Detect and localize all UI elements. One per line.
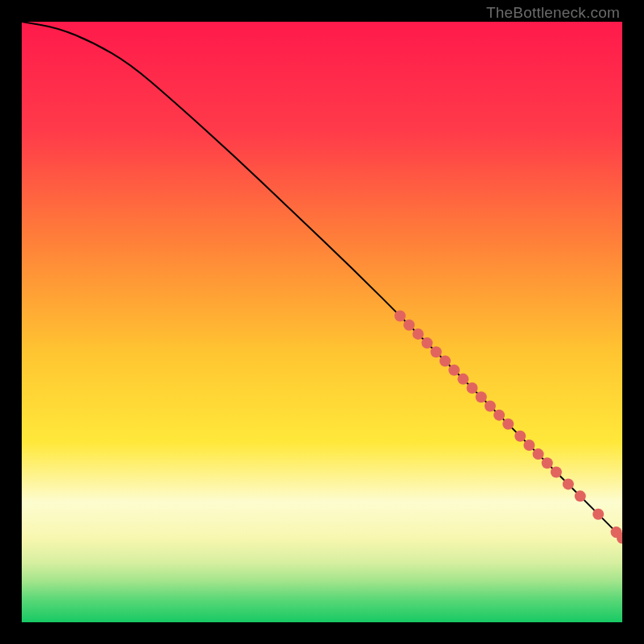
chart-background xyxy=(22,22,622,622)
data-point xyxy=(422,337,433,349)
data-point xyxy=(533,448,544,460)
data-point xyxy=(542,457,553,469)
data-point xyxy=(412,328,423,340)
watermark-text: TheBottleneck.com xyxy=(486,4,620,22)
data-point xyxy=(467,382,478,394)
data-point xyxy=(592,509,604,520)
data-point xyxy=(457,374,469,385)
data-point xyxy=(485,400,496,411)
data-point xyxy=(440,355,451,366)
data-point xyxy=(523,440,535,451)
chart-frame xyxy=(22,22,622,622)
data-point xyxy=(431,346,442,357)
data-point xyxy=(514,431,526,442)
data-point xyxy=(403,320,415,331)
data-point xyxy=(551,467,562,478)
data-point xyxy=(575,490,586,502)
chart-canvas xyxy=(22,22,622,622)
data-point xyxy=(493,410,505,421)
data-point xyxy=(502,419,514,430)
data-point xyxy=(476,391,487,402)
data-point xyxy=(448,365,460,376)
data-point xyxy=(394,311,406,322)
data-point xyxy=(563,478,574,489)
